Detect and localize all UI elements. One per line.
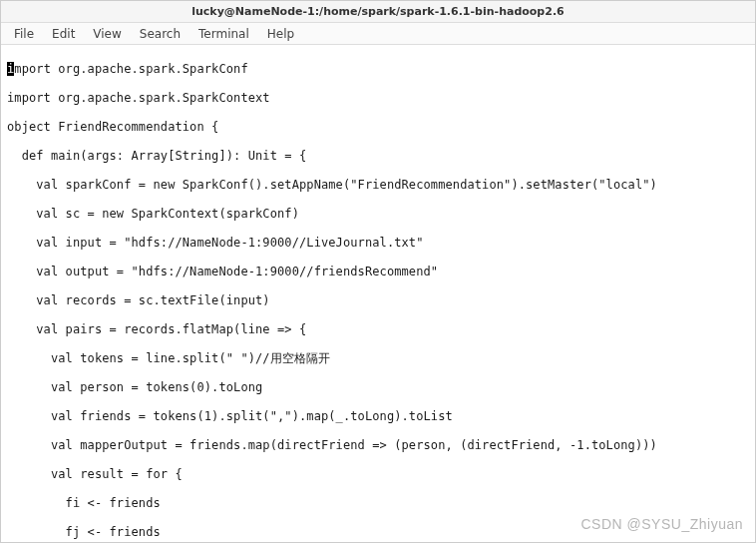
code-line: object FriendRecommendation { bbox=[7, 120, 749, 135]
code-line: def main(args: Array[String]): Unit = { bbox=[7, 149, 749, 164]
menu-view[interactable]: View bbox=[84, 27, 130, 41]
watermark: CSDN @SYSU_Zhiyuan bbox=[581, 516, 744, 532]
menu-search[interactable]: Search bbox=[131, 27, 189, 41]
code-line: import org.apache.spark.SparkConf bbox=[7, 62, 749, 77]
code-line: val friends = tokens(1).split(",").map(_… bbox=[7, 409, 749, 424]
code-line: val tokens = line.split(" ")//用空格隔开 bbox=[7, 351, 749, 366]
window-title: lucky@NameNode-1:/home/spark/spark-1.6.1… bbox=[191, 5, 565, 18]
menu-edit[interactable]: Edit bbox=[43, 27, 84, 41]
code-line: val mapperOutput = friends.map(directFri… bbox=[7, 438, 749, 453]
code-line: val input = "hdfs://NameNode-1:9000//Liv… bbox=[7, 236, 749, 251]
menubar: File Edit View Search Terminal Help bbox=[1, 23, 755, 45]
code-line: val sparkConf = new SparkConf().setAppNa… bbox=[7, 178, 749, 193]
code-line: val person = tokens(0).toLong bbox=[7, 380, 749, 395]
menu-help[interactable]: Help bbox=[258, 27, 303, 41]
code-line: import org.apache.spark.SparkContext bbox=[7, 91, 749, 106]
menu-terminal[interactable]: Terminal bbox=[189, 27, 258, 41]
code-line: val records = sc.textFile(input) bbox=[7, 293, 749, 308]
terminal-area[interactable]: import org.apache.spark.SparkConf import… bbox=[1, 45, 755, 543]
window-titlebar: lucky@NameNode-1:/home/spark/spark-1.6.1… bbox=[1, 1, 755, 23]
code-line: val pairs = records.flatMap(line => { bbox=[7, 322, 749, 337]
code-line: val result = for { bbox=[7, 467, 749, 482]
code-line: fi <- friends bbox=[7, 496, 749, 511]
code-line: val output = "hdfs://NameNode-1:9000//fr… bbox=[7, 265, 749, 279]
code-line: val sc = new SparkContext(sparkConf) bbox=[7, 207, 749, 222]
menu-file[interactable]: File bbox=[5, 27, 43, 41]
